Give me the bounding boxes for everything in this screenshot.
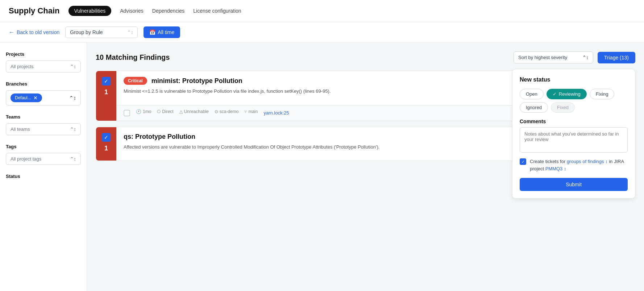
status-section: Status	[6, 174, 81, 179]
projects-placeholder: All projects	[11, 64, 34, 69]
back-link-label: Back to old version	[17, 29, 59, 35]
branch-tag[interactable]: Defaul... ✕	[11, 93, 42, 102]
ticket-row: ✓ Create tickets for groups of findings …	[520, 158, 628, 172]
toolbar: ← Back to old version Group by Rule ⌃↕ 📅…	[0, 22, 644, 43]
triage-panel: New status Open ✓ Reviewing Fixing Ignor…	[512, 69, 635, 199]
top-nav: Supply Chain Vulnerabilities Advisories …	[0, 0, 644, 22]
ticket-checkbox[interactable]: ✓	[520, 158, 526, 165]
check-reviewing-icon: ✓	[553, 91, 557, 97]
repo-icon: ⊙	[215, 109, 218, 114]
finding-row-checkbox[interactable]	[124, 110, 130, 116]
finding-title-1: minimist: Prototype Pollution	[151, 77, 242, 85]
calendar-icon: 📅	[149, 29, 155, 35]
triage-button[interactable]: Triage (13)	[598, 52, 635, 63]
severity-badge-critical: Critical	[124, 77, 147, 85]
all-time-label: All time	[158, 29, 174, 35]
status-label: Status	[6, 174, 81, 179]
ticket-text: Create tickets for groups of findings ↕ …	[530, 158, 628, 172]
teams-section: Teams All teams ⌃↕	[6, 114, 81, 135]
chevron-branches-icon: ⌃↕	[69, 95, 76, 101]
tags-placeholder: All project tags	[11, 156, 41, 162]
projects-select[interactable]: All projects ⌃↕	[6, 61, 81, 72]
finding-reachability: △ Unreachable	[179, 109, 209, 114]
projects-label: Projects	[6, 51, 81, 57]
chevron-tags-icon: ⌃↕	[70, 156, 76, 162]
group-by-label: Group by Rule	[70, 29, 103, 35]
network-icon: ⎔	[157, 109, 161, 114]
back-link[interactable]: ← Back to old version	[9, 29, 59, 36]
finding-age: 🕐 1mo	[136, 109, 151, 114]
finding-dep-type: ⎔ Direct	[157, 109, 173, 114]
triage-panel-title: New status	[520, 76, 628, 83]
branches-section: Branches Defaul... ✕ ⌃↕	[6, 81, 81, 105]
status-ignored[interactable]: Ignored	[520, 102, 548, 113]
tags-label: Tags	[6, 144, 81, 149]
projects-section: Projects All projects ⌃↕	[6, 51, 81, 72]
status-reviewing[interactable]: ✓ Reviewing	[547, 89, 587, 99]
nav-tab-dependencies[interactable]: Dependencies	[152, 8, 185, 14]
finding-check-icon-2[interactable]: ✓	[102, 133, 111, 142]
sort-label: Sort by highest severity	[518, 55, 567, 60]
finding-count-2: 1	[104, 145, 108, 152]
triangle-icon: △	[179, 109, 183, 114]
nav-tab-vulnerabilities[interactable]: Vulnerabilities	[68, 6, 112, 16]
branch-tag-label: Defaul...	[15, 95, 31, 100]
content-area: 10 Matching Findings Sort by highest sev…	[87, 43, 644, 291]
finding-meta: 🕐 1mo ⎔ Direct △ Unreachable	[136, 109, 258, 114]
teams-select[interactable]: All teams ⌃↕	[6, 123, 81, 135]
branches-select[interactable]: Defaul... ✕ ⌃↕	[6, 90, 81, 105]
reviewing-label: Reviewing	[559, 91, 581, 97]
tags-section: Tags All project tags ⌃↕	[6, 144, 81, 165]
app-title: Supply Chain	[9, 6, 60, 16]
all-time-button[interactable]: 📅 All time	[144, 26, 180, 38]
finding-repo: ⊙ sca-demo	[215, 109, 239, 114]
ticket-text-before: Create tickets for	[530, 159, 567, 164]
finding-count-1: 1	[104, 88, 108, 96]
findings-actions: Sort by highest severity ⌃↕ Triage (13)	[514, 51, 635, 63]
status-fixed: Fixed	[551, 102, 575, 113]
finding-file-link[interactable]: yarn.lock:25	[263, 110, 289, 116]
finding-check-icon[interactable]: ✓	[102, 77, 111, 86]
ticket-link-groups[interactable]: groups of findings ↕	[567, 159, 608, 164]
findings-header: 10 Matching Findings Sort by highest sev…	[96, 51, 635, 63]
teams-placeholder: All teams	[11, 126, 30, 132]
comments-textarea[interactable]	[520, 127, 628, 153]
nav-tab-advisories[interactable]: Advisories	[120, 8, 144, 14]
finding-accent-medium: ✓ 1	[96, 127, 116, 161]
branch-icon: ⑂	[244, 109, 247, 114]
chevron-projects-icon: ⌃↕	[70, 64, 76, 69]
findings-count: 10 Matching Findings	[96, 53, 170, 62]
finding-accent-critical: ✓ 1	[96, 71, 116, 121]
status-open[interactable]: Open	[520, 89, 544, 99]
teams-label: Teams	[6, 114, 81, 120]
chevron-down-icon: ⌃↕	[127, 30, 133, 35]
finding-title-2: qs: Prototype Pollution	[124, 133, 195, 141]
sort-select[interactable]: Sort by highest severity ⌃↕	[514, 51, 593, 63]
sidebar: Projects All projects ⌃↕ Branches Defaul…	[0, 43, 87, 291]
group-by-select[interactable]: Group by Rule ⌃↕	[65, 26, 138, 38]
branch-remove-icon[interactable]: ✕	[33, 95, 38, 101]
left-arrow-icon: ←	[9, 29, 14, 36]
chevron-sort-icon: ⌃↕	[582, 55, 589, 60]
finding-branch: ⑂ main	[244, 109, 258, 114]
submit-button[interactable]: Submit	[520, 178, 628, 191]
comments-label: Comments	[520, 119, 628, 124]
chevron-teams-icon: ⌃↕	[70, 126, 76, 132]
clock-icon: 🕐	[136, 109, 141, 114]
main-layout: Projects All projects ⌃↕ Branches Defaul…	[0, 43, 644, 291]
tags-select[interactable]: All project tags ⌃↕	[6, 153, 81, 165]
branches-label: Branches	[6, 81, 81, 87]
nav-tab-license[interactable]: License configuration	[193, 8, 241, 14]
status-options: Open ✓ Reviewing Fixing Ignored Fixed	[520, 89, 628, 113]
ticket-link-project[interactable]: PMMQ3 ↕	[545, 166, 566, 171]
status-fixing[interactable]: Fixing	[590, 89, 615, 99]
